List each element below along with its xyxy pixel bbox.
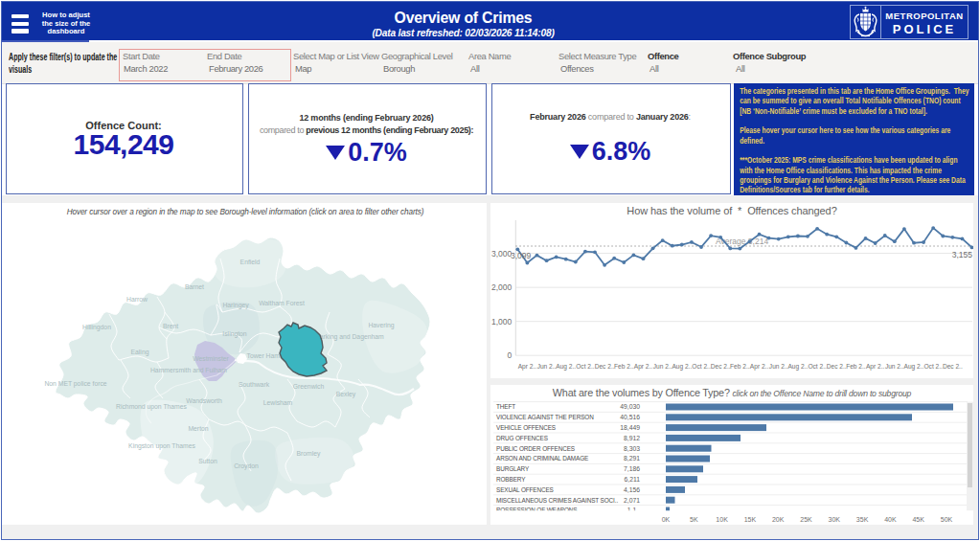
svg-text:Barking and Dagenham: Barking and Dagenham	[315, 333, 384, 341]
svg-text:Apr 2..: Apr 2..	[750, 363, 769, 371]
svg-text:Haringey: Haringey	[222, 302, 249, 309]
svg-text:Hillingdon: Hillingdon	[82, 324, 111, 331]
svg-text:DRUG OFFENCES: DRUG OFFENCES	[496, 435, 548, 441]
svg-text:Jun 2..: Jun 2..	[769, 363, 788, 370]
svg-text:Oct 2..: Oct 2..	[923, 363, 943, 370]
svg-text:Greenwich: Greenwich	[293, 383, 325, 390]
svg-text:8,303: 8,303	[624, 445, 640, 452]
svg-text:8,291: 8,291	[624, 455, 640, 462]
svg-text:0: 0	[508, 350, 513, 360]
svg-text:Non MET police force: Non MET police force	[44, 380, 106, 388]
svg-text:Dec 2..: Dec 2..	[711, 363, 731, 370]
svg-text:2,071: 2,071	[624, 497, 640, 504]
svg-text:Jun 2..: Jun 2..	[653, 363, 672, 370]
svg-text:30K: 30K	[829, 516, 841, 523]
svg-text:0K: 0K	[662, 516, 671, 523]
svg-text:20K: 20K	[772, 516, 785, 523]
svg-text:Islington: Islington	[222, 330, 247, 338]
svg-text:Aug 2..: Aug 2..	[904, 363, 924, 371]
svg-text:8,912: 8,912	[624, 435, 640, 441]
svg-text:40,516: 40,516	[620, 414, 640, 420]
svg-text:Wandsworth: Wandsworth	[186, 397, 222, 404]
svg-text:Aug 2..: Aug 2..	[556, 363, 576, 371]
svg-text:15K: 15K	[744, 516, 757, 523]
svg-text:Croydon: Croydon	[234, 462, 259, 470]
svg-text:7,186: 7,186	[624, 465, 640, 472]
svg-text:Oct 2..: Oct 2..	[692, 363, 711, 370]
svg-text:6,211: 6,211	[624, 476, 640, 483]
svg-text:3,000: 3,000	[491, 249, 513, 259]
svg-text:Barnet: Barnet	[185, 283, 204, 290]
svg-text:Oct 2..: Oct 2..	[808, 363, 827, 370]
svg-text:Brent: Brent	[163, 323, 178, 329]
svg-text:10K: 10K	[716, 516, 728, 523]
svg-text:Aug 2..: Aug 2..	[787, 363, 808, 371]
svg-text:VEHICLE OFFENCES: VEHICLE OFFENCES	[496, 424, 556, 431]
svg-text:Hammersmith and Fulham: Hammersmith and Fulham	[150, 367, 227, 373]
svg-text:50K: 50K	[941, 516, 953, 523]
svg-text:Sutton: Sutton	[198, 458, 217, 464]
svg-text:BURGLARY: BURGLARY	[496, 465, 530, 472]
svg-text:ARSON AND CRIMINAL DAMAGE: ARSON AND CRIMINAL DAMAGE	[496, 455, 588, 462]
svg-text:Feb 2..: Feb 2..	[846, 363, 866, 370]
svg-text:18,449: 18,449	[620, 424, 640, 431]
svg-text:Merton: Merton	[188, 425, 208, 432]
svg-text:49,030: 49,030	[620, 403, 640, 410]
svg-text:Richmond upon Thames: Richmond upon Thames	[116, 403, 188, 411]
svg-text:Havering: Havering	[368, 322, 394, 329]
svg-text:Feb 2..: Feb 2..	[730, 363, 750, 370]
svg-text:PUBLIC ORDER OFFENCES: PUBLIC ORDER OFFENCES	[496, 445, 575, 452]
svg-text:Westminster: Westminster	[193, 355, 229, 362]
svg-text:40K: 40K	[884, 516, 897, 523]
svg-text:POSSESSION OF WEAPONS: POSSESSION OF WEAPONS	[496, 507, 577, 513]
svg-text:Dec 2..: Dec 2..	[943, 363, 963, 370]
svg-text:Apr 2..: Apr 2..	[518, 363, 537, 371]
svg-text:3,099: 3,099	[511, 251, 532, 260]
svg-text:1,1..: 1,1..	[627, 507, 640, 513]
svg-text:2,000: 2,000	[491, 282, 513, 292]
svg-text:Aug 2..: Aug 2..	[672, 363, 692, 371]
svg-text:Waltham Forest: Waltham Forest	[259, 300, 305, 306]
svg-text:Apr 2..: Apr 2..	[634, 363, 653, 371]
svg-text:Southwark: Southwark	[239, 381, 270, 388]
svg-text:1,000: 1,000	[491, 317, 513, 327]
svg-text:SEXUAL OFFENCES: SEXUAL OFFENCES	[496, 486, 554, 493]
svg-text:THEFT: THEFT	[496, 403, 515, 410]
svg-text:ROBBERY: ROBBERY	[496, 476, 526, 483]
svg-text:4,156: 4,156	[624, 486, 640, 493]
svg-text:Harrow: Harrow	[126, 296, 148, 303]
svg-text:25K: 25K	[800, 516, 812, 523]
svg-text:Bexley: Bexley	[336, 391, 356, 398]
svg-text:Bromley: Bromley	[297, 450, 322, 458]
svg-text:3,155: 3,155	[952, 250, 973, 259]
svg-text:Kingston upon Thames: Kingston upon Thames	[128, 442, 195, 450]
svg-text:Ealing: Ealing	[131, 349, 149, 356]
svg-text:Lewisham: Lewisham	[263, 399, 293, 406]
svg-text:5K: 5K	[690, 516, 698, 523]
svg-text:Jun 2..: Jun 2..	[537, 363, 557, 370]
svg-text:Dec 2..: Dec 2..	[595, 363, 615, 370]
svg-text:MISCELLANEOUS CRIMES AGAINST S: MISCELLANEOUS CRIMES AGAINST SOCI..	[496, 497, 618, 504]
svg-text:Jun 2..: Jun 2..	[885, 363, 904, 370]
svg-text:35K: 35K	[856, 516, 869, 523]
svg-text:Feb 2..: Feb 2..	[614, 363, 634, 370]
svg-text:Enfield: Enfield	[240, 259, 261, 265]
svg-text:Apr 2..: Apr 2..	[866, 363, 885, 371]
svg-text:VIOLENCE AGAINST THE PERSON: VIOLENCE AGAINST THE PERSON	[496, 414, 594, 420]
svg-text:45K: 45K	[912, 516, 924, 523]
svg-text:Dec 2..: Dec 2..	[827, 363, 847, 370]
svg-text:Oct 2..: Oct 2..	[576, 363, 595, 370]
